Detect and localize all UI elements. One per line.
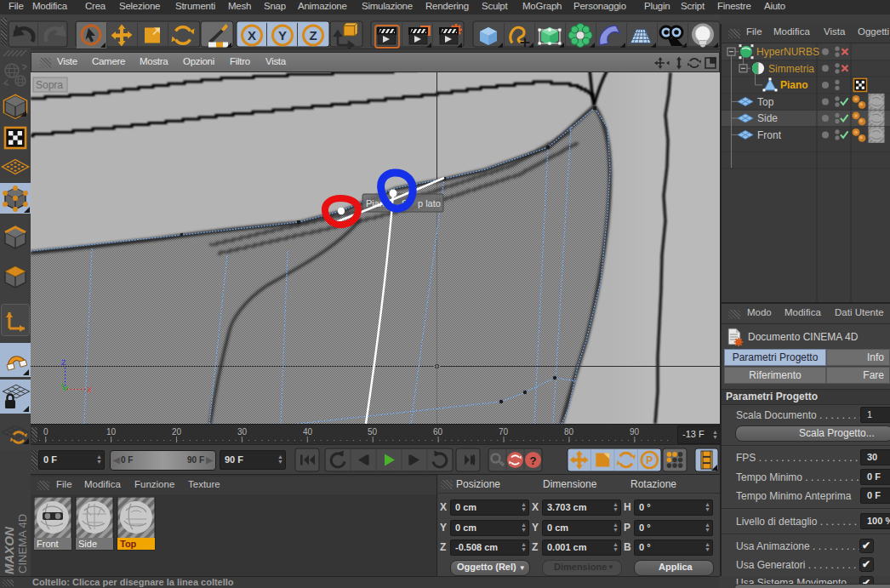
svg-text:Simmetria: Simmetria: [768, 63, 814, 75]
svg-text:Top: Top: [757, 96, 774, 108]
svg-text:40: 40: [303, 427, 313, 437]
svg-text:Sopra: Sopra: [36, 79, 63, 91]
svg-text:Z: Z: [61, 358, 66, 367]
svg-text:Front: Front: [757, 129, 782, 141]
svg-text:10: 10: [106, 427, 117, 437]
svg-text:80: 80: [564, 427, 574, 437]
svg-text:HyperNURBS: HyperNURBS: [756, 46, 819, 58]
svg-text:Z: Z: [309, 28, 317, 43]
svg-text:20: 20: [172, 427, 182, 437]
svg-text:60: 60: [433, 427, 443, 437]
svg-text:90: 90: [630, 427, 640, 437]
svg-text:0: 0: [43, 427, 48, 437]
svg-text:30: 30: [237, 427, 248, 437]
svg-text:?: ?: [530, 454, 537, 467]
svg-text:X: X: [87, 385, 92, 394]
svg-text:Side: Side: [757, 112, 778, 124]
svg-text:P: P: [646, 454, 653, 466]
svg-text:Top: Top: [120, 539, 137, 549]
svg-text:Y: Y: [278, 28, 287, 43]
svg-text:X: X: [248, 28, 256, 43]
svg-text:70: 70: [499, 427, 509, 437]
svg-text:MAXON: MAXON: [2, 526, 16, 574]
svg-text:Piano: Piano: [780, 79, 808, 91]
svg-text:CINEMA 4D: CINEMA 4D: [16, 514, 29, 574]
svg-text:50: 50: [368, 427, 378, 437]
svg-text:Side: Side: [78, 539, 97, 549]
svg-text:Front: Front: [37, 539, 59, 549]
